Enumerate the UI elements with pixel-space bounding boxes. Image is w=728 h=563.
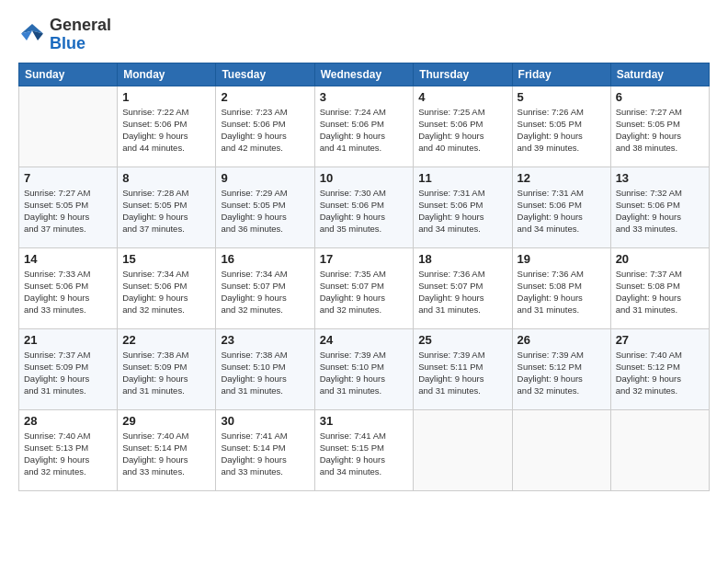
calendar-cell: 7Sunrise: 7:27 AM Sunset: 5:05 PM Daylig… (19, 167, 118, 247)
day-number: 29 (122, 414, 210, 428)
calendar-cell (610, 409, 709, 490)
week-row-4: 21Sunrise: 7:37 AM Sunset: 5:09 PM Dayli… (19, 328, 710, 409)
calendar-cell: 31Sunrise: 7:41 AM Sunset: 5:15 PM Dayli… (314, 409, 414, 490)
calendar-cell: 24Sunrise: 7:39 AM Sunset: 5:10 PM Dayli… (314, 328, 414, 409)
day-number: 18 (418, 252, 506, 266)
day-info: Sunrise: 7:30 AM Sunset: 5:06 PM Dayligh… (320, 187, 409, 236)
day-number: 12 (518, 171, 606, 185)
day-number: 19 (518, 252, 606, 266)
calendar-cell: 9Sunrise: 7:29 AM Sunset: 5:05 PM Daylig… (216, 167, 314, 247)
day-info: Sunrise: 7:37 AM Sunset: 5:08 PM Dayligh… (616, 268, 704, 316)
svg-marker-0 (21, 24, 43, 34)
week-row-2: 7Sunrise: 7:27 AM Sunset: 5:05 PM Daylig… (19, 167, 710, 247)
day-number: 11 (418, 171, 506, 185)
logo-general: General (50, 17, 111, 35)
day-number: 7 (24, 171, 112, 185)
day-info: Sunrise: 7:37 AM Sunset: 5:09 PM Dayligh… (24, 349, 112, 397)
calendar-cell: 21Sunrise: 7:37 AM Sunset: 5:09 PM Dayli… (19, 328, 118, 409)
day-info: Sunrise: 7:28 AM Sunset: 5:05 PM Dayligh… (122, 187, 210, 236)
weekday-header-monday: Monday (118, 63, 216, 86)
calendar-cell: 10Sunrise: 7:30 AM Sunset: 5:06 PM Dayli… (314, 167, 414, 247)
calendar-cell: 13Sunrise: 7:32 AM Sunset: 5:06 PM Dayli… (610, 167, 709, 247)
day-number: 17 (320, 252, 409, 266)
day-info: Sunrise: 7:41 AM Sunset: 5:15 PM Dayligh… (320, 430, 409, 478)
day-number: 9 (221, 171, 309, 185)
day-info: Sunrise: 7:22 AM Sunset: 5:06 PM Dayligh… (122, 106, 210, 155)
day-number: 4 (418, 90, 506, 104)
day-number: 30 (221, 414, 309, 428)
day-number: 5 (518, 90, 606, 104)
day-number: 13 (616, 171, 704, 185)
day-info: Sunrise: 7:27 AM Sunset: 5:05 PM Dayligh… (24, 187, 112, 236)
page: General Blue SundayMondayTuesdayWednesda… (0, 0, 728, 563)
day-info: Sunrise: 7:35 AM Sunset: 5:07 PM Dayligh… (320, 268, 409, 316)
day-number: 6 (616, 90, 704, 104)
day-info: Sunrise: 7:23 AM Sunset: 5:06 PM Dayligh… (221, 106, 309, 155)
calendar-cell: 26Sunrise: 7:39 AM Sunset: 5:12 PM Dayli… (512, 328, 610, 409)
day-info: Sunrise: 7:24 AM Sunset: 5:06 PM Dayligh… (320, 106, 409, 155)
day-number: 20 (616, 252, 704, 266)
day-info: Sunrise: 7:31 AM Sunset: 5:06 PM Dayligh… (518, 187, 606, 236)
week-row-3: 14Sunrise: 7:33 AM Sunset: 5:06 PM Dayli… (19, 247, 710, 328)
day-info: Sunrise: 7:29 AM Sunset: 5:05 PM Dayligh… (221, 187, 309, 236)
logo: General Blue (18, 17, 111, 53)
day-number: 28 (24, 414, 112, 428)
day-info: Sunrise: 7:41 AM Sunset: 5:14 PM Dayligh… (221, 430, 309, 478)
weekday-header-thursday: Thursday (414, 63, 512, 86)
calendar-cell (414, 409, 512, 490)
day-number: 1 (122, 90, 210, 104)
calendar-cell: 3Sunrise: 7:24 AM Sunset: 5:06 PM Daylig… (314, 86, 414, 167)
day-info: Sunrise: 7:40 AM Sunset: 5:13 PM Dayligh… (24, 430, 112, 478)
day-info: Sunrise: 7:39 AM Sunset: 5:11 PM Dayligh… (418, 349, 506, 397)
day-info: Sunrise: 7:25 AM Sunset: 5:06 PM Dayligh… (418, 106, 506, 155)
header: General Blue (18, 17, 710, 53)
calendar-cell: 27Sunrise: 7:40 AM Sunset: 5:12 PM Dayli… (610, 328, 709, 409)
calendar-cell: 5Sunrise: 7:26 AM Sunset: 5:05 PM Daylig… (512, 86, 610, 167)
calendar-cell: 12Sunrise: 7:31 AM Sunset: 5:06 PM Dayli… (512, 167, 610, 247)
day-info: Sunrise: 7:26 AM Sunset: 5:05 PM Dayligh… (518, 106, 606, 155)
logo-text: General Blue (50, 17, 111, 53)
calendar-cell: 23Sunrise: 7:38 AM Sunset: 5:10 PM Dayli… (216, 328, 314, 409)
calendar-cell (19, 86, 118, 167)
day-info: Sunrise: 7:39 AM Sunset: 5:12 PM Dayligh… (518, 349, 606, 397)
day-info: Sunrise: 7:34 AM Sunset: 5:07 PM Dayligh… (221, 268, 309, 316)
week-row-1: 1Sunrise: 7:22 AM Sunset: 5:06 PM Daylig… (19, 86, 710, 167)
calendar-cell: 6Sunrise: 7:27 AM Sunset: 5:05 PM Daylig… (610, 86, 709, 167)
day-info: Sunrise: 7:36 AM Sunset: 5:07 PM Dayligh… (418, 268, 506, 316)
calendar-cell: 18Sunrise: 7:36 AM Sunset: 5:07 PM Dayli… (414, 247, 512, 328)
day-number: 10 (320, 171, 409, 185)
day-info: Sunrise: 7:32 AM Sunset: 5:06 PM Dayligh… (616, 187, 704, 236)
day-number: 25 (418, 333, 506, 347)
weekday-header-wednesday: Wednesday (314, 63, 414, 86)
calendar-cell: 30Sunrise: 7:41 AM Sunset: 5:14 PM Dayli… (216, 409, 314, 490)
day-info: Sunrise: 7:27 AM Sunset: 5:05 PM Dayligh… (616, 106, 704, 155)
calendar-cell: 17Sunrise: 7:35 AM Sunset: 5:07 PM Dayli… (314, 247, 414, 328)
day-number: 21 (24, 333, 112, 347)
calendar: SundayMondayTuesdayWednesdayThursdayFrid… (18, 63, 710, 491)
calendar-cell: 19Sunrise: 7:36 AM Sunset: 5:08 PM Dayli… (512, 247, 610, 328)
logo-blue: Blue (50, 35, 111, 53)
day-number: 14 (24, 252, 112, 266)
day-number: 26 (518, 333, 606, 347)
weekday-header-friday: Friday (512, 63, 610, 86)
calendar-cell: 20Sunrise: 7:37 AM Sunset: 5:08 PM Dayli… (610, 247, 709, 328)
calendar-cell: 4Sunrise: 7:25 AM Sunset: 5:06 PM Daylig… (414, 86, 512, 167)
weekday-header-sunday: Sunday (19, 63, 118, 86)
day-number: 24 (320, 333, 409, 347)
day-number: 23 (221, 333, 309, 347)
calendar-cell: 2Sunrise: 7:23 AM Sunset: 5:06 PM Daylig… (216, 86, 314, 167)
day-number: 31 (320, 414, 409, 428)
weekday-header-row: SundayMondayTuesdayWednesdayThursdayFrid… (19, 63, 710, 86)
calendar-cell: 14Sunrise: 7:33 AM Sunset: 5:06 PM Dayli… (19, 247, 118, 328)
calendar-cell: 1Sunrise: 7:22 AM Sunset: 5:06 PM Daylig… (118, 86, 216, 167)
day-info: Sunrise: 7:39 AM Sunset: 5:10 PM Dayligh… (320, 349, 409, 397)
weekday-header-tuesday: Tuesday (216, 63, 314, 86)
day-info: Sunrise: 7:36 AM Sunset: 5:08 PM Dayligh… (518, 268, 606, 316)
day-info: Sunrise: 7:34 AM Sunset: 5:06 PM Dayligh… (122, 268, 210, 316)
calendar-cell: 25Sunrise: 7:39 AM Sunset: 5:11 PM Dayli… (414, 328, 512, 409)
day-info: Sunrise: 7:31 AM Sunset: 5:06 PM Dayligh… (418, 187, 506, 236)
calendar-cell: 15Sunrise: 7:34 AM Sunset: 5:06 PM Dayli… (118, 247, 216, 328)
day-info: Sunrise: 7:40 AM Sunset: 5:14 PM Dayligh… (122, 430, 210, 478)
day-number: 8 (122, 171, 210, 185)
day-number: 27 (616, 333, 704, 347)
